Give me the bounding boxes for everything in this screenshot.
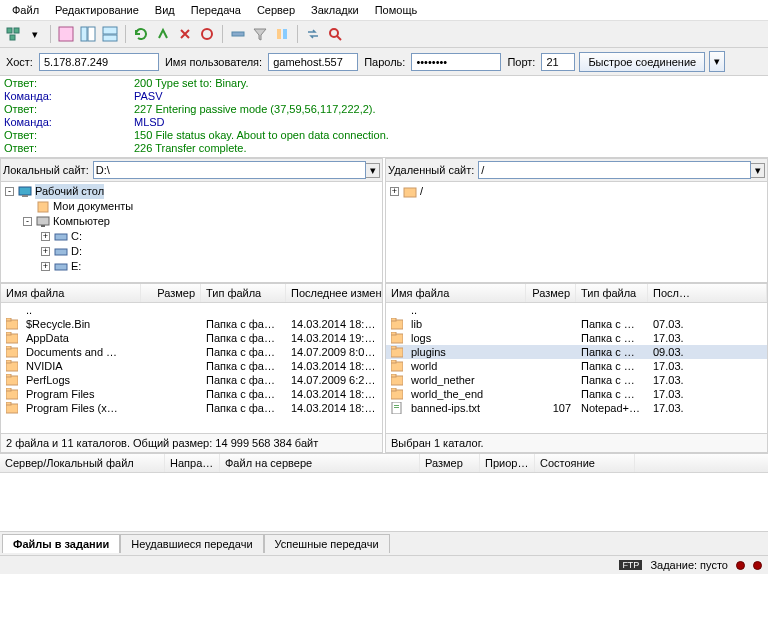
sitemanager-icon[interactable] bbox=[2, 23, 24, 45]
queue-col[interactable]: Размер bbox=[420, 454, 480, 472]
disconnect-icon[interactable] bbox=[196, 23, 218, 45]
queue-col[interactable]: Сервер/Локальный файл bbox=[0, 454, 165, 472]
remote-tree[interactable]: +/ bbox=[386, 182, 767, 282]
col-type[interactable]: Тип файла bbox=[201, 284, 286, 302]
queue-tab[interactable]: Успешные передачи bbox=[264, 534, 390, 553]
activity-indicator-icon bbox=[753, 561, 762, 570]
port-input[interactable] bbox=[541, 53, 575, 71]
dropdown-icon[interactable]: ▾ bbox=[24, 23, 46, 45]
port-label: Порт: bbox=[505, 56, 537, 68]
svg-rect-9 bbox=[232, 32, 244, 36]
svg-rect-50 bbox=[394, 405, 399, 406]
quickconnect-button[interactable]: Быстрое соединение bbox=[579, 52, 705, 72]
tree-item[interactable]: +E: bbox=[5, 259, 378, 274]
refresh-icon[interactable] bbox=[130, 23, 152, 45]
cancel-icon[interactable] bbox=[174, 23, 196, 45]
file-row[interactable]: .. bbox=[1, 303, 382, 317]
menu-вид[interactable]: Вид bbox=[147, 2, 183, 18]
svg-rect-21 bbox=[55, 264, 67, 270]
file-row[interactable]: logsПапка с ф…17.03. bbox=[386, 331, 767, 345]
file-row[interactable]: Documents and …Папка с файл…14.07.2009 8… bbox=[1, 345, 382, 359]
svg-rect-28 bbox=[6, 346, 11, 349]
menu-сервер[interactable]: Сервер bbox=[249, 2, 303, 18]
svg-rect-22 bbox=[404, 188, 416, 197]
queue-col[interactable]: Состояние bbox=[535, 454, 635, 472]
file-row[interactable]: world_netherПапка с ф…17.03. bbox=[386, 373, 767, 387]
col-name[interactable]: Имя файла bbox=[386, 284, 526, 302]
file-row[interactable]: AppDataПапка с файл…14.03.2014 19:12:49 bbox=[1, 331, 382, 345]
queue-tab[interactable]: Файлы в задании bbox=[2, 534, 120, 553]
svg-rect-11 bbox=[283, 29, 287, 39]
menu-закладки[interactable]: Закладки bbox=[303, 2, 367, 18]
ftp-indicator-icon: FTP bbox=[619, 560, 642, 570]
pass-input[interactable] bbox=[411, 53, 501, 71]
message-log[interactable]: Ответ:200 Type set to: Binary.Команда:PA… bbox=[0, 76, 768, 158]
file-row[interactable]: $Recycle.BinПапка с файл…14.03.2014 18:3… bbox=[1, 317, 382, 331]
local-path-dropdown[interactable]: ▾ bbox=[366, 163, 380, 178]
svg-rect-5 bbox=[88, 27, 95, 41]
remote-site-label: Удаленный сайт: bbox=[388, 164, 474, 176]
file-row[interactable]: banned-ips.txt107Notepad+…17.03. bbox=[386, 401, 767, 415]
toggle-tree-icon[interactable] bbox=[77, 23, 99, 45]
queue-tab[interactable]: Неудавшиеся передачи bbox=[120, 534, 263, 553]
file-row[interactable]: pluginsПапка с ф…09.03. bbox=[386, 345, 767, 359]
queue-col[interactable]: Напра… bbox=[165, 454, 220, 472]
search-icon[interactable] bbox=[324, 23, 346, 45]
svg-rect-32 bbox=[6, 374, 11, 377]
remote-path-input[interactable] bbox=[478, 161, 751, 179]
col-name[interactable]: Имя файла bbox=[1, 284, 141, 302]
sync-icon[interactable] bbox=[302, 23, 324, 45]
svg-rect-3 bbox=[59, 27, 73, 41]
queue-col[interactable]: Приор… bbox=[480, 454, 535, 472]
svg-rect-46 bbox=[391, 374, 396, 377]
svg-rect-7 bbox=[103, 35, 117, 41]
process-icon[interactable] bbox=[152, 23, 174, 45]
col-mod[interactable]: Посл… bbox=[648, 284, 767, 302]
svg-rect-15 bbox=[22, 195, 28, 197]
local-pane: Локальный сайт: ▾ -Рабочий столМои докум… bbox=[0, 158, 383, 283]
host-input[interactable] bbox=[39, 53, 159, 71]
file-row[interactable]: Program Files (x…Папка с файл…14.03.2014… bbox=[1, 401, 382, 415]
menu-файл[interactable]: Файл bbox=[4, 2, 47, 18]
svg-rect-6 bbox=[103, 27, 117, 34]
svg-rect-18 bbox=[41, 225, 45, 227]
svg-rect-0 bbox=[7, 28, 12, 33]
tree-item[interactable]: +/ bbox=[390, 184, 763, 199]
toggle-queue-icon[interactable] bbox=[99, 23, 121, 45]
col-size[interactable]: Размер bbox=[141, 284, 201, 302]
file-row[interactable]: worldПапка с ф…17.03. bbox=[386, 359, 767, 373]
remote-pane: Удаленный сайт: ▾ +/ bbox=[385, 158, 768, 283]
remote-path-dropdown[interactable]: ▾ bbox=[751, 163, 765, 178]
col-type[interactable]: Тип файла bbox=[576, 284, 648, 302]
menu-передача[interactable]: Передача bbox=[183, 2, 249, 18]
svg-rect-14 bbox=[19, 187, 31, 195]
file-row[interactable]: NVIDIAПапка с файл…14.03.2014 18:50:18 bbox=[1, 359, 382, 373]
quickconnect-dropdown[interactable]: ▾ bbox=[709, 51, 725, 72]
col-mod[interactable]: Последнее измен… bbox=[286, 284, 382, 302]
remote-files: Имя файла Размер Тип файла Посл… ..libПа… bbox=[385, 283, 768, 453]
file-row[interactable]: world_the_endПапка с ф…17.03. bbox=[386, 387, 767, 401]
menu-редактирование[interactable]: Редактирование bbox=[47, 2, 147, 18]
file-row[interactable]: Program FilesПапка с файл…14.03.2014 18:… bbox=[1, 387, 382, 401]
menu-помощь[interactable]: Помощь bbox=[367, 2, 426, 18]
toggle-log-icon[interactable] bbox=[55, 23, 77, 45]
queue-col[interactable]: Файл на сервере bbox=[220, 454, 420, 472]
user-input[interactable] bbox=[268, 53, 358, 71]
filter-icon[interactable] bbox=[249, 23, 271, 45]
reconnect-icon[interactable] bbox=[227, 23, 249, 45]
svg-rect-20 bbox=[55, 249, 67, 255]
compare-icon[interactable] bbox=[271, 23, 293, 45]
tree-item[interactable]: -Компьютер bbox=[5, 214, 378, 229]
tree-item[interactable]: -Рабочий стол bbox=[5, 184, 378, 199]
file-row[interactable]: PerfLogsПапка с файл…14.07.2009 6:20:08 bbox=[1, 373, 382, 387]
local-path-input[interactable] bbox=[93, 161, 366, 179]
file-row[interactable]: .. bbox=[386, 303, 767, 317]
col-size[interactable]: Размер bbox=[526, 284, 576, 302]
svg-rect-16 bbox=[38, 202, 48, 212]
svg-rect-24 bbox=[6, 318, 11, 321]
tree-item[interactable]: +C: bbox=[5, 229, 378, 244]
tree-item[interactable]: Мои документы bbox=[5, 199, 378, 214]
file-row[interactable]: libПапка с ф…07.03. bbox=[386, 317, 767, 331]
tree-item[interactable]: +D: bbox=[5, 244, 378, 259]
local-tree[interactable]: -Рабочий столМои документы-Компьютер+C:+… bbox=[1, 182, 382, 282]
